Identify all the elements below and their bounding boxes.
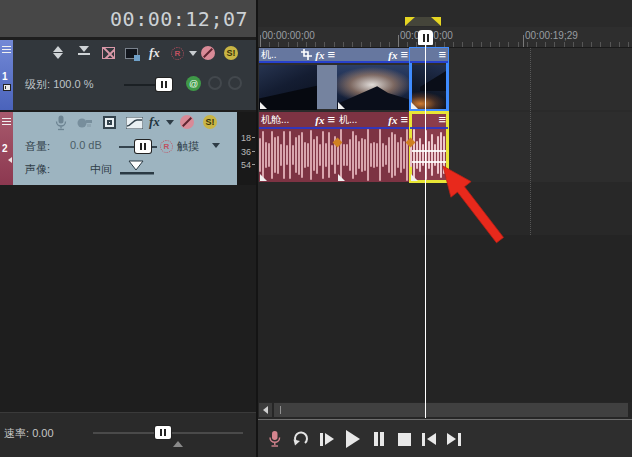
event-menu-icon[interactable]: ≡ [438,115,446,125]
scroll-left-button[interactable] [259,403,272,417]
ruler-tick [444,42,445,47]
fade-in-handle[interactable] [338,102,345,109]
audio-mute-icon[interactable] [180,115,194,129]
video-clip-3-selected[interactable]: ≡ [410,48,448,110]
waveform-bar [265,142,267,167]
fade-in-handle[interactable] [260,102,267,109]
waveform-bar [304,142,306,167]
go-to-start-button[interactable] [417,426,441,452]
ruler-tick [628,42,629,47]
automation-settings-icon[interactable]: R [160,140,173,153]
fade-in-handle[interactable] [411,174,418,181]
loop-region-bar[interactable] [258,17,632,27]
audio-waveform [337,129,410,181]
audio-clip-2[interactable]: 机... fx ≡ [337,112,410,182]
track-meter-icon[interactable] [103,116,116,129]
ruler-label-2: 00:00:19;29 [525,30,578,41]
fade-in-handle[interactable] [338,174,345,181]
bypass-motion-blur-icon[interactable] [102,47,115,59]
event-fx-icon[interactable]: fx [388,114,397,126]
waveform-bar [316,136,318,174]
compositing-parent-icon[interactable] [228,76,242,90]
audio-fx-icon[interactable]: fx [149,114,160,130]
video-clip-1[interactable]: 机.. fx ≡ [259,48,337,110]
audio-solo-icon[interactable]: S! [203,115,217,129]
event-fx-icon[interactable]: fx [388,49,397,61]
play-button[interactable] [341,426,365,452]
video-thumbnail [337,65,410,109]
ruler-tick [554,42,555,47]
pan-slider[interactable] [120,160,154,176]
level-value: 100.0 % [53,78,93,90]
video-solo-icon[interactable]: S! [224,46,238,60]
fx-dropdown-icon[interactable] [166,120,174,125]
track-list-icon[interactable] [2,116,11,127]
pause-button[interactable] [367,426,391,452]
compositing-mode-icon[interactable]: @ [186,76,201,91]
audio-track-color-strip[interactable]: 2 [0,112,13,185]
event-menu-icon[interactable]: ≡ [400,115,408,125]
record-arm-mic-icon[interactable] [55,115,67,131]
automation-settings-icon[interactable]: R [171,47,184,60]
track-collapse-arrow-icon[interactable] [8,157,12,163]
waveform-bar [271,131,273,178]
track-fx-icon[interactable]: fx [149,45,160,61]
timecode-display-panel[interactable]: 00:00:12;07 [0,0,256,37]
envelope-icon[interactable] [126,117,143,129]
automation-dropdown-icon[interactable] [189,51,197,56]
scrollbar-thumb[interactable] [274,403,628,417]
waveform-bar [298,135,300,175]
waveform-bar [416,141,418,169]
automation-mode-dropdown-icon[interactable] [212,143,220,148]
waveform-bar [400,137,402,174]
playback-rate-control: 速率: 0.00 [0,412,256,457]
level-slider-handle[interactable] [156,78,172,91]
event-menu-icon[interactable]: ≡ [438,50,446,60]
input-bus-icon[interactable] [76,116,94,130]
ruler-tick [564,42,565,47]
rate-slider-handle[interactable] [155,426,171,439]
event-menu-icon[interactable]: ≡ [327,115,335,125]
pan-crop-icon[interactable] [301,49,312,60]
ruler-tick [297,42,298,47]
video-mute-icon[interactable] [201,46,215,60]
expand-track-height-icon[interactable] [53,46,63,59]
event-fx-icon[interactable]: fx [315,114,324,126]
go-to-end-button[interactable] [442,426,466,452]
automation-mode-value[interactable]: 触摸 [177,139,199,154]
timeline-ruler[interactable]: 00:00:00;00 00:00:10;00 00:00:19;29 [258,27,632,48]
ruler-tick [582,42,583,47]
rate-value: 0.00 [32,427,53,439]
playhead-marker[interactable] [418,30,433,45]
ruler-tick [380,42,381,47]
track-list-icon[interactable] [2,44,11,55]
event-fx-icon[interactable]: fx [315,49,324,61]
audio-clip-1[interactable]: 机舱... fx ≡ [259,112,337,182]
level-slider-track[interactable] [124,84,159,86]
loop-in-marker-icon[interactable] [405,17,415,26]
make-compositing-child-icon[interactable] [208,76,222,90]
record-button[interactable] [262,426,286,452]
play-from-start-button[interactable] [315,426,339,452]
waveform-bar [367,129,369,181]
video-track-color-strip[interactable]: 1 [0,40,13,110]
event-menu-icon[interactable]: ≡ [400,50,408,60]
rate-zero-notch [173,441,183,447]
fade-in-handle[interactable] [260,174,267,181]
waveform-bar [301,132,303,178]
horizontal-scrollbar[interactable] [258,402,632,419]
current-timecode: 00:00:12;07 [110,7,248,31]
scene-thumbnail-icon[interactable] [125,48,138,59]
loop-out-marker-icon[interactable] [431,17,441,26]
video-clip-2[interactable]: fx ≡ [337,48,410,110]
ruler-tick [370,42,371,47]
loop-icon [292,430,310,448]
fade-in-handle[interactable] [411,102,418,109]
stop-button[interactable] [392,426,416,452]
waveform-bar [376,143,378,166]
minimize-track-icon[interactable] [78,46,90,55]
volume-slider-handle[interactable] [135,140,151,153]
event-menu-icon[interactable]: ≡ [327,50,335,60]
loop-playback-button[interactable] [289,426,313,452]
waveform-bar [370,143,372,167]
